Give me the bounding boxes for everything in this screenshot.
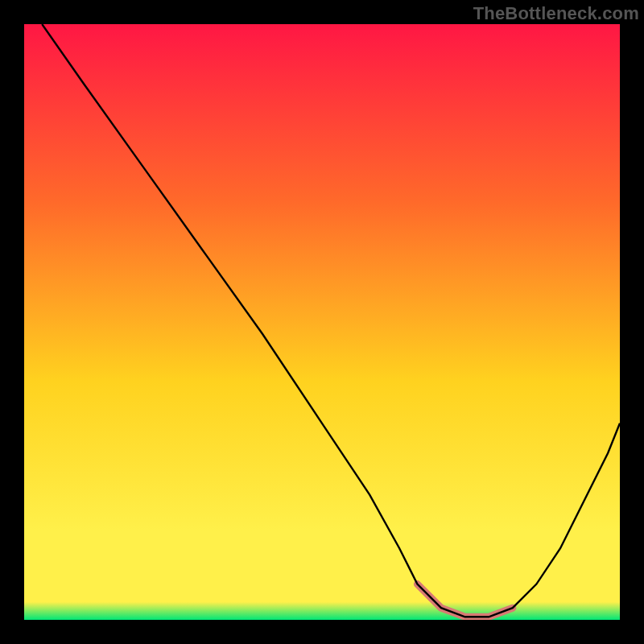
chart-container: { "watermark": "TheBottleneck.com", "col… <box>0 0 644 644</box>
watermark-text: TheBottleneck.com <box>473 3 639 24</box>
gradient-background <box>24 24 620 620</box>
chart-svg <box>24 24 620 620</box>
plot-area <box>24 24 620 620</box>
